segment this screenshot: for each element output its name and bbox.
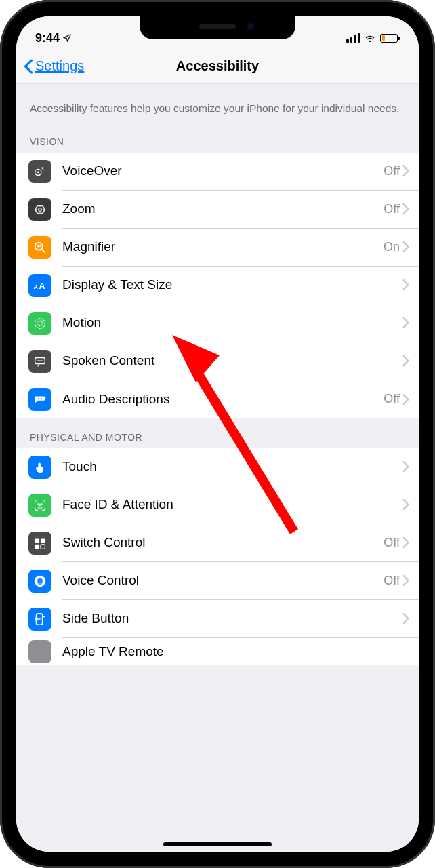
svg-rect-24 bbox=[41, 545, 45, 549]
switch-control-icon bbox=[28, 532, 51, 555]
svg-point-7 bbox=[43, 209, 44, 210]
home-indicator[interactable] bbox=[163, 842, 272, 846]
row-voiceover[interactable]: VoiceOver Off bbox=[16, 153, 419, 191]
chevron-right-icon bbox=[402, 279, 409, 290]
location-icon bbox=[62, 33, 72, 43]
svg-point-12 bbox=[37, 321, 42, 326]
magnifier-icon bbox=[28, 236, 51, 259]
row-switch-control[interactable]: Switch Control Off bbox=[16, 524, 419, 562]
row-status: Off bbox=[384, 392, 400, 406]
row-zoom[interactable]: Zoom Off bbox=[16, 191, 419, 229]
chevron-right-icon bbox=[402, 499, 409, 510]
face-id-icon bbox=[28, 494, 51, 517]
chevron-right-icon bbox=[402, 613, 409, 624]
page-title: Accessibility bbox=[176, 58, 259, 74]
row-label: Voice Control bbox=[62, 573, 384, 588]
chevron-right-icon bbox=[402, 165, 409, 176]
list-vision: VoiceOver Off Zoom Off bbox=[16, 153, 419, 418]
row-label: Audio Descriptions bbox=[62, 392, 384, 407]
row-label: Apple TV Remote bbox=[62, 644, 409, 659]
row-status: Off bbox=[384, 164, 400, 178]
spoken-content-icon bbox=[28, 350, 51, 373]
svg-rect-21 bbox=[35, 539, 39, 543]
row-voice-control[interactable]: Voice Control Off bbox=[16, 562, 419, 600]
list-physical: Touch Face ID & Attention bbox=[16, 448, 419, 665]
row-label: Spoken Content bbox=[62, 353, 400, 368]
intro-text: Accessibility features help you customiz… bbox=[16, 84, 419, 123]
chevron-right-icon bbox=[402, 241, 409, 252]
svg-point-18 bbox=[41, 398, 42, 399]
chevron-right-icon bbox=[402, 575, 409, 586]
chevron-right-icon bbox=[402, 317, 409, 328]
row-label: Switch Control bbox=[62, 535, 384, 550]
cellular-signal-icon bbox=[346, 33, 360, 43]
svg-text:A: A bbox=[33, 283, 38, 290]
row-label: VoiceOver bbox=[62, 163, 384, 178]
motion-icon bbox=[28, 312, 51, 335]
svg-point-4 bbox=[39, 205, 41, 207]
row-spoken-content[interactable]: Spoken Content bbox=[16, 342, 419, 380]
svg-point-16 bbox=[41, 360, 43, 361]
row-apple-tv-remote-partial[interactable]: Apple TV Remote bbox=[16, 638, 419, 665]
voice-control-icon bbox=[28, 570, 51, 593]
zoom-icon bbox=[28, 198, 51, 221]
chevron-right-icon bbox=[402, 355, 409, 366]
screen: 9:44 Settings bbox=[16, 16, 419, 852]
svg-point-1 bbox=[37, 171, 39, 173]
svg-text:A: A bbox=[39, 281, 45, 291]
row-label: Magnifier bbox=[62, 239, 384, 254]
svg-point-11 bbox=[35, 319, 45, 329]
row-side-button[interactable]: Side Button bbox=[16, 600, 419, 638]
device-notch bbox=[140, 16, 295, 39]
side-button-icon bbox=[28, 608, 51, 631]
row-label: Side Button bbox=[62, 611, 400, 626]
chevron-left-icon bbox=[23, 59, 34, 74]
nav-header: Settings Accessibility bbox=[16, 49, 419, 84]
apple-tv-remote-icon bbox=[28, 640, 51, 663]
chevron-right-icon bbox=[402, 394, 409, 405]
svg-point-6 bbox=[36, 209, 37, 210]
wifi-icon bbox=[364, 33, 376, 43]
status-time: 9:44 bbox=[35, 31, 60, 45]
text-size-icon: AA bbox=[28, 274, 51, 297]
svg-point-17 bbox=[38, 398, 39, 399]
svg-point-14 bbox=[37, 360, 39, 361]
chevron-right-icon bbox=[402, 203, 409, 214]
row-motion[interactable]: Motion bbox=[16, 304, 419, 342]
row-status: Off bbox=[384, 202, 400, 216]
touch-icon bbox=[28, 456, 51, 479]
row-label: Display & Text Size bbox=[62, 277, 400, 292]
back-label: Settings bbox=[35, 58, 84, 74]
chevron-right-icon bbox=[402, 537, 409, 548]
svg-point-5 bbox=[39, 212, 41, 214]
svg-point-15 bbox=[39, 360, 41, 361]
svg-point-3 bbox=[39, 208, 42, 212]
row-label: Face ID & Attention bbox=[62, 497, 400, 512]
audio-descriptions-icon bbox=[28, 388, 51, 411]
row-label: Zoom bbox=[62, 201, 384, 216]
back-button[interactable]: Settings bbox=[23, 58, 84, 74]
svg-point-20 bbox=[41, 503, 43, 505]
chevron-right-icon bbox=[402, 461, 409, 472]
row-label: Motion bbox=[62, 315, 400, 330]
section-header-physical: PHYSICAL AND MOTOR bbox=[16, 418, 419, 448]
svg-point-19 bbox=[37, 503, 39, 505]
row-status: On bbox=[384, 240, 400, 254]
row-face-id-attention[interactable]: Face ID & Attention bbox=[16, 486, 419, 524]
row-status: Off bbox=[384, 536, 400, 550]
settings-content[interactable]: Accessibility features help you customiz… bbox=[16, 84, 419, 852]
section-header-vision: VISION bbox=[16, 123, 419, 153]
row-magnifier[interactable]: Magnifier On bbox=[16, 229, 419, 267]
row-status: Off bbox=[384, 574, 400, 588]
row-touch[interactable]: Touch bbox=[16, 448, 419, 486]
svg-rect-23 bbox=[35, 545, 39, 549]
row-label: Touch bbox=[62, 459, 400, 474]
voiceover-icon bbox=[28, 160, 51, 183]
battery-icon bbox=[380, 34, 400, 43]
row-display-text-size[interactable]: AA Display & Text Size bbox=[16, 267, 419, 304]
row-audio-descriptions[interactable]: Audio Descriptions Off bbox=[16, 380, 419, 418]
svg-rect-22 bbox=[41, 539, 45, 543]
